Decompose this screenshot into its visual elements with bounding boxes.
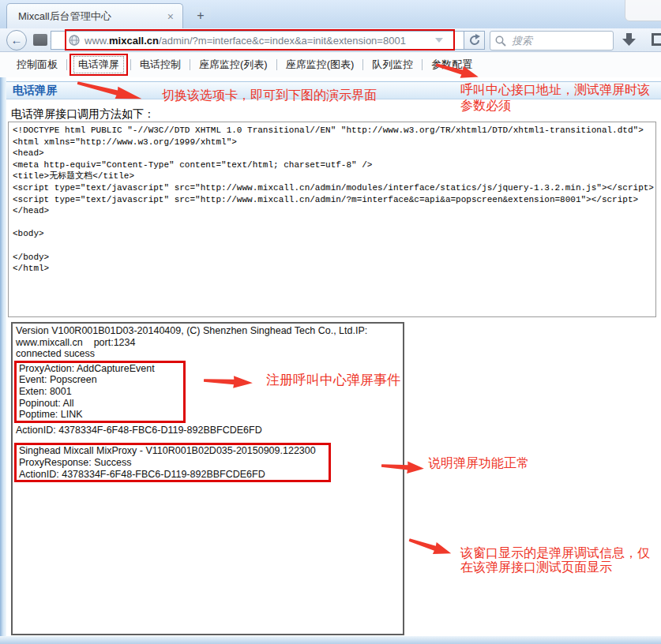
- register-event-annotation-box: ProxyAction: AddCaptureEvent Event: Pops…: [14, 361, 186, 423]
- debug-actionid-line: ActionID: 4378334F-6F48-FBC6-D119-892BBF…: [16, 425, 400, 436]
- new-tab-button[interactable]: +: [190, 7, 211, 25]
- annotation-arrow-success: [381, 458, 424, 477]
- nav-tab-label: 控制面板: [17, 58, 58, 70]
- browser-tab[interactable]: Mixcall后台管理中心 ×: [6, 3, 183, 28]
- annotation-tab-note: 切换该选项卡，即可到下图的演示界面: [162, 88, 377, 104]
- nav-tab-label: 电话弹屏: [73, 56, 124, 73]
- url-dropdown-icon[interactable]: [435, 38, 443, 43]
- annotation-register-note: 注册呼叫中心弹屏事件: [266, 371, 400, 389]
- annotation-arrow-window: [407, 532, 453, 560]
- nav-tab-3[interactable]: 电话控制: [131, 54, 190, 75]
- url-bar[interactable]: www.mixcall.cn/admin/?m=interface&c=inde…: [51, 31, 464, 50]
- reload-button[interactable]: [464, 31, 485, 50]
- url-domain-part: mixcall.cn: [109, 35, 159, 47]
- annotation-url-note: 呼叫中心接口地址，测试弹屏时该 参数必须: [460, 82, 650, 114]
- nav-separator: [66, 59, 67, 70]
- debug-version-lines: Version V100R001B01D03-20140409, (C) She…: [16, 325, 400, 360]
- section-title: 电话弹屏: [13, 84, 57, 96]
- search-icon: [495, 36, 506, 47]
- url-text[interactable]: www.mixcall.cn/admin/?m=interface&c=inde…: [85, 35, 435, 47]
- home-icon[interactable]: [652, 33, 661, 46]
- nav-tab-label: 队列监控: [372, 58, 413, 70]
- annotation-arrow-tab: [76, 75, 144, 107]
- annotation-window-note: 该窗口显示的是弹屏调试信息，仅 在该弹屏接口测试页面显示: [460, 546, 650, 575]
- annotation-success-note: 说明弹屏功能正常: [428, 455, 529, 472]
- annotation-url-note-line2: 参数必须: [460, 98, 650, 114]
- debug-spacer: [16, 436, 400, 442]
- intro-text: 电话弹屏接口调用方法如下：: [11, 107, 155, 122]
- tab-close-icon[interactable]: ×: [165, 10, 176, 23]
- search-placeholder: 搜索: [512, 34, 532, 48]
- page-left-border: [0, 77, 6, 638]
- browser-toolbar: ← › www.mixcall.cn/admin/?m=interface&c=…: [0, 28, 661, 52]
- nav-tabs: 控制面板电话弹屏电话控制座席监控(列表)座席监控(图表)队列监控参数配置: [0, 52, 661, 77]
- globe-icon: [69, 35, 80, 46]
- tab-title: Mixcall后台管理中心: [18, 9, 165, 24]
- annotation-window-note-line1: 该窗口显示的是弹屏调试信息，仅: [460, 546, 650, 560]
- window-controls-area: [625, 0, 661, 21]
- nav-tab-label: 座席监控(列表): [199, 58, 268, 70]
- page-bottom-border: [0, 636, 661, 644]
- nav-tab-6[interactable]: 队列监控: [363, 54, 422, 75]
- url-protocol-part: www.: [85, 35, 109, 47]
- nav-tab-1[interactable]: 控制面板: [8, 54, 66, 75]
- nav-tab-5[interactable]: 座席监控(图表): [277, 54, 363, 75]
- nav-tab-2[interactable]: 电话弹屏: [69, 54, 128, 76]
- annotation-url-note-line1: 呼叫中心接口地址，测试弹屏时该: [460, 82, 650, 98]
- url-path-part: /admin/?m=interface&c=index&a=init&exten…: [159, 35, 406, 47]
- debug-output-window: Version V100R001B01D03-20140409, (C) She…: [11, 322, 404, 635]
- nav-tab-label: 电话控制: [140, 58, 181, 70]
- code-sample-box: <!DOCTYPE html PUBLIC "-//W3C//DTD XHTML…: [8, 122, 656, 317]
- nav-tab-4[interactable]: 座席监控(列表): [190, 54, 276, 75]
- annotation-window-note-line2: 在该弹屏接口测试页面显示: [460, 560, 650, 575]
- annotation-arrow-register: [203, 373, 253, 391]
- search-input[interactable]: 搜索: [490, 31, 614, 51]
- response-annotation-box: Singhead Mixcall MixProxy - V110R001B02D…: [14, 443, 331, 482]
- nav-tab-label: 座席监控(图表): [286, 58, 355, 70]
- browser-tab-strip: Mixcall后台管理中心 × +: [0, 0, 661, 28]
- download-icon[interactable]: [622, 33, 636, 46]
- reload-icon: [468, 34, 481, 47]
- back-button[interactable]: ←: [6, 30, 27, 51]
- site-identity-icon[interactable]: [33, 34, 47, 46]
